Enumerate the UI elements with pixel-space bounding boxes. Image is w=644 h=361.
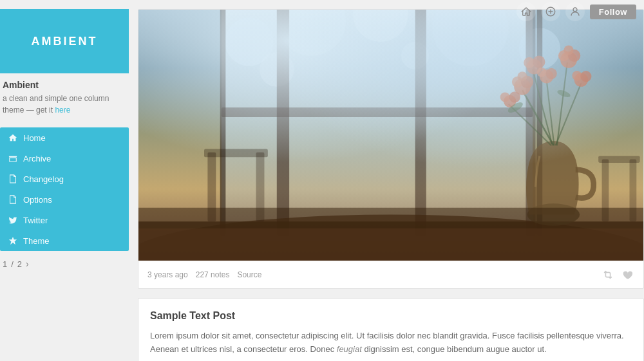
text-post-content: Sample Text Post Lorem ipsum dolor sit a…: [138, 299, 643, 361]
svg-rect-62: [138, 228, 643, 261]
sidebar-item-options-label: Options: [23, 195, 52, 205]
sidebar-blog-name: Ambient: [3, 80, 126, 90]
post-photo: [138, 10, 643, 261]
sidebar-nav: Home Archive: [0, 127, 129, 251]
top-nav: Follow: [0, 0, 644, 23]
svg-rect-4: [9, 156, 17, 158]
pagination-current: 1: [3, 259, 7, 269]
compose-nav-button[interactable]: [541, 2, 560, 21]
text-post-body: Lorem ipsum dolor sit amet, consectetur …: [150, 329, 632, 356]
post-meta: 3 years ago 227 notes Source: [147, 270, 261, 279]
text-post: Sample Text Post Lorem ipsum dolor sit a…: [138, 298, 644, 361]
sidebar-item-changelog-label: Changelog: [23, 174, 64, 184]
home-nav-icon: [520, 6, 532, 17]
sidebar-item-home-label: Home: [23, 133, 46, 143]
text-post-title: Sample Text Post: [150, 310, 632, 322]
sidebar-item-theme-label: Theme: [23, 236, 49, 246]
sidebar-item-home[interactable]: Home: [0, 127, 129, 148]
file-icon-options: [8, 194, 18, 205]
post-footer: 3 years ago 227 notes Source: [138, 261, 643, 288]
twitter-icon: [8, 215, 18, 225]
post-notes: 227 notes: [196, 270, 230, 279]
svg-rect-60: [598, 156, 639, 163]
reblog-icon: [602, 269, 614, 281]
sidebar-item-options[interactable]: Options: [0, 189, 129, 210]
follow-button[interactable]: Follow: [590, 5, 636, 19]
reblog-button[interactable]: [601, 268, 615, 282]
sidebar-item-twitter[interactable]: Twitter: [0, 210, 129, 230]
sidebar-item-archive[interactable]: Archive: [0, 148, 129, 169]
star-icon: [8, 236, 18, 246]
svg-rect-57: [204, 149, 268, 157]
sidebar-pagination: 1 / 2 ›: [0, 259, 129, 269]
heart-icon: [621, 269, 633, 281]
post-actions: [601, 268, 634, 282]
sidebar-blog-title: AMBIENT: [32, 35, 98, 48]
post-source-link[interactable]: Source: [237, 270, 261, 279]
page-layout: AMBIENT Ambient a clean and simple one c…: [0, 0, 644, 361]
pagination-separator: /: [11, 259, 14, 269]
account-nav-icon: [569, 6, 581, 17]
sidebar-item-twitter-label: Twitter: [23, 216, 48, 225]
home-nav-button[interactable]: [516, 2, 536, 21]
sidebar-item-archive-label: Archive: [23, 154, 51, 163]
sidebar-item-theme[interactable]: Theme: [0, 230, 129, 251]
sidebar-description: a clean and simple one column theme — ge…: [3, 93, 126, 116]
file-icon-changelog: [8, 174, 18, 184]
pagination-total: 2: [17, 259, 22, 269]
compose-nav-icon: [545, 6, 556, 17]
svg-rect-5: [10, 158, 17, 162]
sidebar-item-changelog[interactable]: Changelog: [0, 169, 129, 189]
home-icon: [8, 133, 18, 143]
sidebar: AMBIENT Ambient a clean and simple one c…: [0, 9, 129, 361]
post-timestamp: 3 years ago: [147, 270, 188, 279]
photo-svg: [138, 10, 643, 261]
like-button[interactable]: [620, 268, 634, 282]
pagination-next-button[interactable]: ›: [26, 259, 29, 269]
main-content: 3 years ago 227 notes Source: [138, 9, 644, 361]
sidebar-info: Ambient a clean and simple one column th…: [0, 73, 129, 122]
svg-marker-6: [9, 237, 17, 245]
photo-post: 3 years ago 227 notes Source: [138, 9, 644, 289]
account-nav-button[interactable]: [565, 2, 585, 21]
svg-point-3: [573, 8, 577, 12]
sidebar-description-link[interactable]: here: [55, 106, 70, 115]
archive-icon: [8, 153, 18, 163]
